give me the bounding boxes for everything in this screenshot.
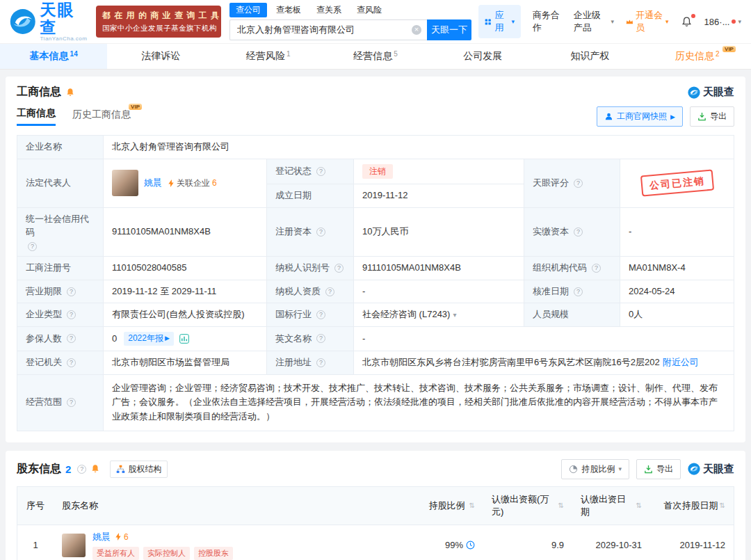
export-button[interactable]: 导出 (690, 106, 734, 127)
org-chart-icon (116, 465, 125, 474)
legal-rep-label: 法定代表人 (17, 159, 104, 208)
equity-structure-label: 股权结构 (128, 463, 161, 475)
shareholder-row: 1 姚晨 6 (17, 525, 734, 560)
search-input[interactable] (229, 19, 427, 40)
annual-report-link[interactable]: 2022年报 ▶ (124, 332, 174, 345)
tab-company-development[interactable]: 公司发展 (429, 44, 536, 69)
company-name-value: 北京入射角管理咨询有限公司 (104, 136, 734, 159)
export-button[interactable]: 导出 (636, 459, 681, 479)
search-button[interactable]: 天眼一下 (427, 19, 471, 40)
subtab-business-info[interactable]: 工商信息 (17, 107, 56, 126)
section-tabs: 基本信息14 法律诉讼 经营风险1 经营信息5 公司发展 知识产权 历史信息2 … (0, 43, 751, 70)
info-icon[interactable]: ? (67, 310, 76, 319)
related-companies-icon (115, 533, 122, 541)
nav-vip-label: 开通会员 (636, 9, 663, 34)
sort-icon[interactable]: ⇅ (469, 502, 475, 509)
tab-label: 基本信息 (30, 50, 69, 63)
history-clock-icon[interactable] (466, 541, 475, 550)
chevron-down-icon[interactable]: ▾ (453, 310, 456, 321)
vip-badge: VIP (722, 46, 736, 52)
sort-icon[interactable]: ⇅ (558, 502, 564, 509)
search-tab-company[interactable]: 查公司 (229, 3, 267, 17)
legal-rep-name-link[interactable]: 姚晨 (144, 177, 162, 190)
credit-code-value: 91110105MA01NM8X4B (104, 208, 267, 257)
role-badge[interactable]: 控股股东 (194, 547, 233, 560)
tab-legal-proceedings[interactable]: 法律诉讼 (107, 44, 214, 69)
download-icon (697, 112, 706, 121)
reg-status-label: 登记状态? (267, 159, 354, 184)
legal-rep-avatar[interactable] (112, 170, 138, 196)
nav-open-vip[interactable]: 开通会员 ▾ (626, 9, 669, 34)
info-icon[interactable]: ? (574, 179, 583, 188)
monitor-bell-icon[interactable] (90, 464, 100, 474)
info-icon[interactable]: ? (67, 287, 76, 296)
info-icon[interactable]: ? (316, 310, 325, 319)
tab-label: 经营风险 (246, 50, 285, 63)
info-icon[interactable]: ? (316, 167, 325, 176)
clear-icon[interactable]: × (412, 25, 421, 35)
shareholder-avatar[interactable] (62, 534, 86, 557)
term-label: 营业期限? (17, 280, 104, 304)
role-badge[interactable]: 受益所有人 (92, 547, 139, 560)
info-icon[interactable]: ? (67, 398, 76, 407)
shareholder-name-link[interactable]: 姚晨 (92, 531, 111, 543)
tianyancha-watermark: 天眼查 (688, 86, 734, 99)
info-icon[interactable]: ? (316, 334, 325, 343)
monitor-bell-icon[interactable] (65, 88, 75, 97)
holding-ratio-dropdown[interactable]: 持股比例 ▾ (561, 459, 629, 479)
info-icon[interactable]: ? (325, 287, 334, 296)
nav-apps[interactable]: 应用 ▾ (478, 5, 521, 38)
holding-ratio-cell: 99% (408, 534, 483, 556)
banner-line1: 都 在 用 的 商 业 查 询 工 具 (102, 10, 215, 22)
info-icon[interactable]: ? (316, 358, 325, 367)
search-tab-relation[interactable]: 查关系 (310, 3, 348, 17)
shareholder-name-cell: 姚晨 6 受益所有人 实际控制人 控股股东 (54, 525, 408, 560)
info-icon[interactable]: ? (592, 264, 601, 273)
industry-value: 社会经济咨询 (L7243)▾ (354, 303, 524, 327)
related-count: 6 (124, 532, 129, 542)
promo-banner: 都 在 用 的 商 业 查 询 工 具 国家中小企业发展子基金旗下机构 (96, 6, 221, 38)
nav-cooperation[interactable]: 商务合作 (533, 9, 562, 34)
establish-date-value: 2019-11-12 (354, 184, 524, 208)
role-badge[interactable]: 实际控制人 (143, 547, 190, 560)
info-icon[interactable]: ? (574, 287, 583, 296)
nav-enterprise-products[interactable]: 企业级产品 ▾ (574, 9, 614, 34)
tax-qual-value: - (354, 280, 524, 304)
info-icon[interactable]: ? (316, 227, 325, 237)
legal-rep-value: 姚晨 关联企业 6 (104, 159, 267, 208)
search-tab-risk[interactable]: 查风险 (350, 3, 388, 17)
subscribed-amount-cell: 9.9 (483, 534, 572, 556)
holding-ratio-label: 持股比例 (581, 463, 615, 475)
info-icon[interactable]: ? (77, 465, 86, 474)
equity-structure-button[interactable]: 股权结构 (110, 461, 168, 478)
info-icon[interactable]: ? (334, 264, 344, 273)
tab-intellectual-property[interactable]: 知识产权 (536, 44, 643, 69)
annual-report-icon[interactable] (179, 334, 189, 344)
brand-logo[interactable]: 天眼查 TianYanCha.com (10, 1, 89, 41)
first-holding-date-cell: 2019-11-12 (650, 534, 734, 556)
watermark-text: 天眼查 (703, 463, 734, 476)
tab-operating-risk[interactable]: 经营风险1 (215, 44, 322, 69)
info-icon[interactable]: ? (67, 358, 76, 367)
info-icon[interactable]: ? (574, 227, 583, 237)
nearby-companies-link[interactable]: 附近公司 (663, 356, 699, 369)
notification-bell-icon[interactable] (681, 16, 693, 28)
status-badge: 注销 (362, 164, 393, 179)
related-companies-tag[interactable]: 关联企业 6 (168, 177, 217, 189)
info-icon[interactable]: ? (67, 334, 76, 343)
paid-capital-value: - (620, 208, 734, 257)
nav-account[interactable]: 186·... ▾ (704, 17, 741, 27)
business-info-title: 工商信息 (17, 85, 61, 99)
chevron-down-icon: ▾ (611, 18, 615, 25)
official-snapshot-button[interactable]: 工商官网快照 ▶ (597, 106, 683, 127)
related-companies-tag[interactable]: 6 (115, 532, 129, 542)
sort-icon[interactable]: ⇅ (720, 502, 725, 509)
subtab-history-business-info[interactable]: 历史工商信息 VIP (72, 109, 131, 125)
sort-icon[interactable]: ⇅ (636, 502, 642, 509)
scope-label: 经营范围? (17, 375, 104, 431)
info-icon[interactable]: ? (28, 242, 37, 251)
tab-operating-info[interactable]: 经营信息5 (322, 44, 429, 69)
tab-history-info[interactable]: 历史信息2 VIP (644, 44, 751, 69)
tab-basic-info[interactable]: 基本信息14 (0, 44, 107, 69)
search-tab-boss[interactable]: 查老板 (270, 3, 307, 17)
